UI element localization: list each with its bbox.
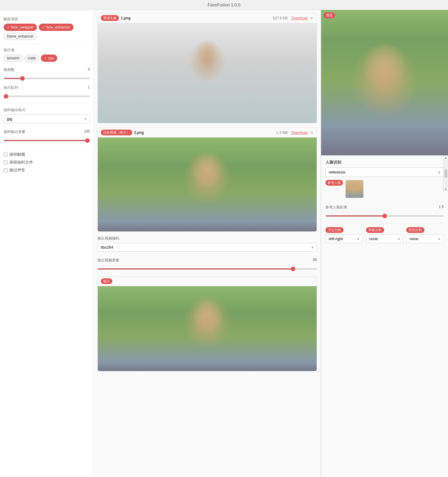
temp-quality-slider[interactable] (4, 140, 90, 141)
temp-quality-label: 临时输出质量 (4, 129, 25, 134)
output-tag: 输出 (101, 278, 112, 284)
source-face-image (98, 23, 317, 123)
target-filesize: 1.3 MB (276, 131, 288, 135)
queue-value: 1 (88, 85, 90, 89)
target-image-container (98, 137, 317, 231)
output-file-header: 输出 (98, 277, 317, 286)
scrollbar: ▲ ▼ (443, 155, 448, 192)
queue-slider[interactable] (4, 96, 90, 97)
temp-format-label: 临时输出格式 (4, 108, 90, 113)
direction-col: 方位分析 left-right top-bottom none (325, 227, 363, 246)
preview-tag: 预览 (324, 12, 335, 18)
keep-fps-checkbox[interactable] (4, 153, 8, 157)
processors-label: 帧处理器 (4, 17, 90, 22)
output-video-section: 输出视频编码 libx264 libx265 libvpx 输出视频质量 90 (97, 236, 317, 273)
age-select[interactable]: none child adult senior (366, 234, 404, 243)
source-image-container (98, 23, 317, 123)
executor-label: 执行者 (4, 48, 90, 53)
source-filename: 1.png (121, 16, 273, 20)
reference-face-thumb-art (346, 180, 363, 198)
output-codec-label: 输出视频编码 (97, 236, 317, 241)
title-text: FaceFusion 1.0.0 (208, 2, 240, 7)
temp-format-select[interactable]: jpg png bmp (4, 114, 90, 123)
keep-temp-label: 保留临时文件 (9, 160, 33, 165)
chip-frame-enhancer[interactable]: frame_enhancer (4, 33, 37, 40)
divider-1 (4, 44, 90, 44)
reference-distance-slider[interactable] (325, 215, 444, 217)
gender-select-wrap: none male female (406, 234, 444, 243)
left-panel: 帧处理器 face_swapper face_enhancer frame_en… (0, 10, 94, 477)
source-tag: 资源头像 (101, 15, 119, 21)
keep-temp-checkbox[interactable] (4, 161, 8, 164)
temp-quality-value: 100 (84, 129, 90, 134)
keep-fps-label: 保持帧频 (9, 152, 25, 157)
output-quality-slider[interactable] (97, 268, 317, 270)
source-face-art (98, 23, 317, 123)
scroll-up-arrow[interactable]: ▲ (444, 156, 447, 159)
face-recognition-select[interactable]: reference many one (325, 167, 444, 177)
gender-label: 性别分析 (406, 227, 424, 233)
skip-audio-row: 跳过声音 (4, 167, 90, 173)
output-quality-value: 90 (313, 258, 317, 262)
executor-chip-row: tensorrt cuda cpu (4, 55, 90, 62)
reference-face-tag: 参考人脸 (325, 180, 343, 186)
reference-face-section: 参考人脸 (325, 180, 444, 198)
temp-quality-row: 临时输出质量 100 (4, 126, 90, 136)
output-codec-select[interactable]: libx264 libx265 libvpx (97, 243, 317, 252)
right-panel: 预览 ▲ ▼ 人脸识别 reference many one 参考人脸 (321, 10, 448, 477)
thread-count-label: 线程数 (4, 67, 15, 72)
output-image-container (98, 286, 317, 371)
target-close-button[interactable]: ✕ (310, 130, 314, 135)
output-face-art (98, 286, 317, 371)
chip-cpu[interactable]: cpu (41, 55, 58, 62)
processors-chip-row: face_swapper face_enhancer frame_enhance… (4, 24, 90, 40)
preview-face-art (321, 10, 448, 155)
reference-face-thumbnail[interactable] (345, 180, 364, 198)
direction-select[interactable]: left-right top-bottom none (325, 234, 363, 243)
source-filesize: 527.6 KB (273, 16, 288, 20)
target-face-image (98, 137, 317, 231)
chip-cuda[interactable]: cuda (25, 55, 39, 62)
output-face-image (98, 286, 317, 371)
skip-audio-checkbox[interactable] (4, 168, 8, 172)
keep-fps-row: 保持帧频 (4, 152, 90, 157)
target-tag: 目标视频（图片） (101, 130, 132, 135)
thread-count-value: 4 (88, 67, 90, 71)
middle-panel: 资源头像 1.png 527.6 KB Download ✕ 目标视频（图片） … (94, 10, 321, 477)
chip-face-enhancer[interactable]: face_enhancer (39, 24, 74, 31)
target-face-art (98, 137, 317, 231)
queue-row: 执行队列 1 (4, 82, 90, 92)
app-title: FaceFusion 1.0.0 (0, 0, 448, 10)
divider-right-1 (325, 223, 444, 224)
source-download-link[interactable]: Download (292, 16, 308, 20)
thread-count-row: 线程数 4 (4, 64, 90, 74)
gender-select[interactable]: none male female (406, 234, 444, 243)
source-close-button[interactable]: ✕ (310, 16, 314, 21)
chip-tensorrt[interactable]: tensorrt (4, 55, 23, 62)
target-file-header: 目标视频（图片） 2.png 1.3 MB Download ✕ (98, 128, 317, 137)
reference-distance-value: 1.5 (439, 205, 444, 209)
source-file-card: 资源头像 1.png 527.6 KB Download ✕ (97, 13, 317, 123)
divider-2 (4, 104, 90, 104)
keep-temp-row: 保留临时文件 (4, 160, 90, 165)
face-recognition-dropdown-wrap: reference many one (325, 167, 444, 177)
thread-count-slider[interactable] (4, 78, 90, 79)
analysis-row: 方位分析 left-right top-bottom none 年龄分析 non… (325, 227, 444, 246)
target-download-link[interactable]: Download (292, 131, 308, 135)
face-recognition-label: 人脸识别 (325, 160, 444, 165)
output-file-card: 输出 (97, 276, 317, 371)
queue-label: 执行队列 (4, 85, 18, 90)
source-file-header: 资源头像 1.png 527.6 KB Download ✕ (98, 13, 317, 23)
scroll-thumb[interactable] (444, 169, 447, 178)
age-col: 年龄分析 none child adult senior (366, 227, 404, 246)
output-quality-label: 输出视频质量 (97, 258, 119, 263)
gender-col: 性别分析 none male female (406, 227, 444, 246)
reference-distance-row: 参考人脸距离 1.5 (325, 202, 444, 212)
output-codec-select-wrap: libx264 libx265 libvpx (97, 243, 317, 252)
age-select-wrap: none child adult senior (366, 234, 404, 243)
age-label: 年龄分析 (366, 227, 384, 233)
output-quality-row: 输出视频质量 90 (97, 255, 317, 265)
chip-face-swapper[interactable]: face_swapper (4, 24, 37, 31)
target-filename: 2.png (134, 131, 276, 135)
scroll-down-arrow[interactable]: ▼ (444, 188, 447, 191)
